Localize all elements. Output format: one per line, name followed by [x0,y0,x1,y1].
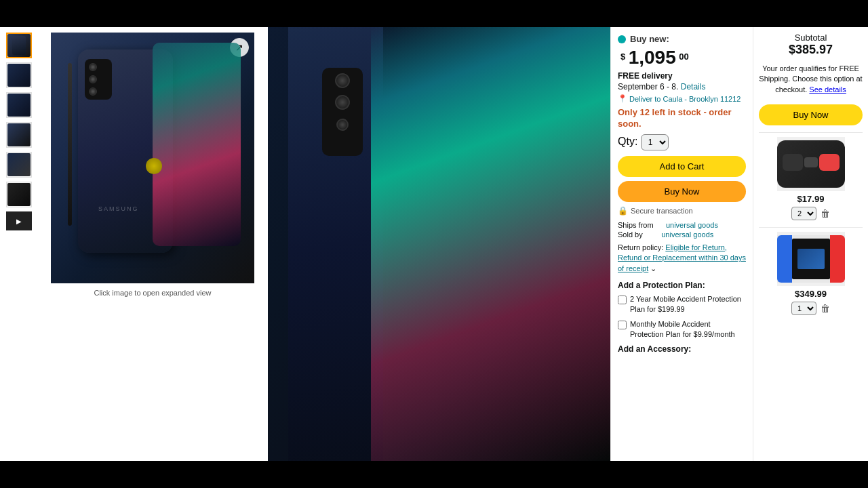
free-shipping-notice: Your order qualifies for FREE Shipping. … [759,64,863,95]
sold-by-value[interactable]: universal goods [661,230,713,239]
free-delivery-label: FREE delivery [618,71,673,81]
zoom-camera-bump [322,68,363,156]
subtotal-section: Subtotal $385.97 [759,33,863,57]
bottom-black-bar [0,461,868,488]
zoom-lens-1 [335,73,350,88]
sidebar-product-2: $349.99 1 2 3 🗑 [759,227,863,315]
protection-2-label: Monthly Mobile Accident Protection Plan … [630,319,746,340]
switch-left-joycon [777,235,792,283]
cart-sidebar: Subtotal $385.97 Your order qualifies fo… [753,27,868,461]
image-caption: Click image to open expanded view [94,289,211,297]
purchase-panel: Buy new: $ 1,095 00 FREE delivery Septem… [610,27,753,461]
subtotal-amount: $385.97 [759,43,863,57]
buy-new-radio[interactable] [618,35,626,43]
zoom-phone-left [288,27,383,461]
lens-3 [89,87,97,96]
add-accessory-label: Add an Accessory: [618,344,746,354]
protection-option-1: 2 Year Mobile Accident Protection Plan f… [618,294,746,315]
sidebar-product-1-qty[interactable]: 2 1 3 [791,207,816,220]
sidebar-product-1-qty-row: 2 1 3 🗑 [791,207,830,220]
sidebar-product-1-image[interactable] [777,137,845,191]
qty-label: Qty: [618,136,637,147]
samsung-brand-text: SAMSUNG [98,205,139,212]
delete-product-1-button[interactable]: 🗑 [821,208,830,219]
buy-new-label: Buy new: [630,34,669,44]
deliver-to-text: Deliver to Caula - Brooklyn 11212 [629,95,741,103]
ships-from-row: Ships from universal goods [618,221,746,229]
protection-2-checkbox[interactable] [618,321,627,329]
delivery-date-row: September 6 - 8. Details [618,82,746,92]
zoom-lens-2 [335,95,350,110]
ships-from-value[interactable]: universal goods [666,221,718,229]
product-main-image[interactable]: ↗ SAMSUNG [51,33,254,283]
switch-right-joycon [830,235,845,283]
nintendo-switch-image [777,235,845,283]
sidebar-product-2-qty[interactable]: 1 2 3 [791,302,816,315]
video-thumbnail-container: ▶ 6 VIDEOS [6,211,32,238]
top-black-bar [0,0,868,27]
product-image-area: ↗ SAMSUNG Click image to [37,27,268,461]
sold-by-row: Sold by universal goods [618,230,746,239]
thumbnail-strip: ▶ 6 VIDEOS [0,27,37,461]
details-link[interactable]: Details [681,82,706,92]
video-thumbnail[interactable]: ▶ [6,211,32,230]
see-details-link[interactable]: See details [809,85,846,94]
free-delivery-text: FREE delivery [618,71,746,81]
sidebar-buy-now-button[interactable]: Buy Now [759,104,863,125]
lock-icon: 🔒 [618,206,628,216]
cursor-indicator [146,158,162,174]
sold-by-label: Sold by [618,230,643,239]
zoom-lens-3 [336,119,349,131]
secure-transaction-row: 🔒 Secure transaction [618,206,746,216]
location-icon: 📍 [618,94,627,103]
sidebar-product-2-image[interactable] [777,232,845,286]
phone-image: SAMSUNG [64,43,241,273]
sidebar-product-2-qty-row: 1 2 3 🗑 [791,302,830,315]
thumbnail-1[interactable] [6,33,32,58]
deliver-to-row[interactable]: 📍 Deliver to Caula - Brooklyn 11212 [618,94,746,103]
controller-right-grip [819,154,840,171]
return-policy-arrow: ⌄ [650,264,656,272]
switch-screen-display [797,249,825,269]
protection-1-label: 2 Year Mobile Accident Protection Plan f… [630,294,746,315]
protection-plan-title: Add a Protection Plan: [618,281,746,290]
lens-1 [89,63,97,71]
video-count-label: 6 VIDEOS [6,232,31,238]
ships-from-label: Ships from [618,221,654,229]
delivery-date-text: September 6 - 8. [618,82,678,92]
delete-product-2-button[interactable]: 🗑 [821,303,830,314]
buy-now-button[interactable]: Buy Now [618,181,746,202]
zoom-wave-background [371,27,611,461]
price-cents: 00 [679,52,688,62]
switch-screen [792,239,830,279]
thumbnail-3[interactable] [6,92,32,118]
price-row: $ 1,095 00 [618,47,746,68]
thumbnail-4[interactable] [6,122,32,148]
sidebar-product-1: $17.99 2 1 3 🗑 [759,132,863,220]
thumbnail-5[interactable] [6,152,32,178]
price-dollar-sign: $ [620,52,625,62]
wave-background [153,43,241,246]
add-to-cart-button[interactable]: Add to Cart [618,156,746,177]
stock-warning: Only 12 left in stock - order soon. [618,107,746,130]
price-main: 1,095 [629,47,676,68]
lens-2 [89,75,97,83]
quantity-row: Qty: 1 2 3 [618,134,746,150]
sidebar-product-1-price: $17.99 [797,194,825,204]
return-policy-row: Return policy: Eligible for Return, Refu… [618,243,746,274]
thumbnail-2[interactable] [6,62,32,88]
thumbnail-6[interactable] [6,182,32,207]
camera-bump [85,59,112,100]
return-policy-label: Return policy: [618,243,663,251]
controller-left-grip [783,154,803,171]
product-zoom-view[interactable] [268,27,610,461]
quantity-select[interactable]: 1 2 3 [641,134,669,150]
sidebar-product-2-price: $349.99 [795,289,827,299]
protection-option-2: Monthly Mobile Accident Protection Plan … [618,319,746,340]
secure-label: Secure transaction [631,207,693,215]
game-controller-image [777,140,845,188]
buy-new-row: Buy new: [618,34,746,44]
protection-1-checkbox[interactable] [618,296,627,304]
controller-center [804,157,818,167]
subtotal-label: Subtotal [759,33,863,43]
